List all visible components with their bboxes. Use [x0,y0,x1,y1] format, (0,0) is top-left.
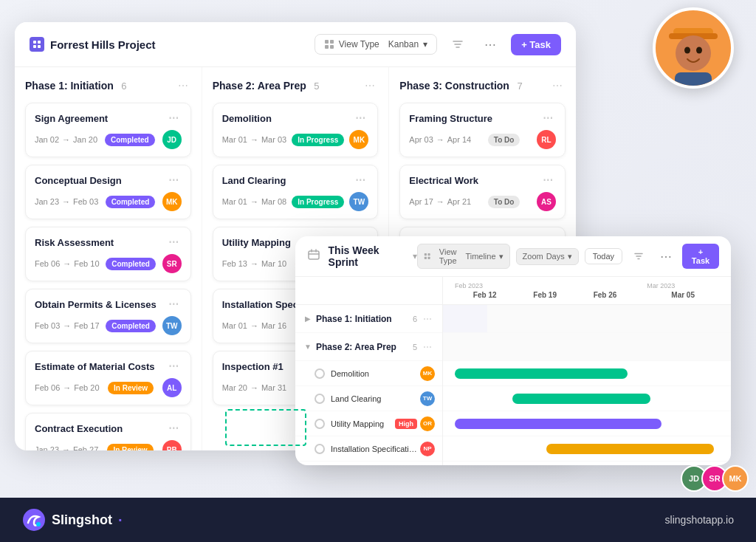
col-more-2[interactable]: ⋯ [362,80,378,92]
timeline-task-row: Inspection #1 CS [295,462,442,465]
project-icon [30,37,44,52]
avatar: AS [537,192,556,211]
task-more-button[interactable]: ⋯ [540,174,556,186]
task-more-button[interactable]: ⋯ [165,360,182,372]
today-button[interactable]: Today [585,248,622,264]
task-meta: Jan 02 → Jan 20 Completed JD [35,130,182,149]
timeline-card: This Week Sprint ▾ View Type Timeline ▾ … [295,236,731,465]
slingshot-brand-name: Slingshot [52,512,112,528]
svg-rect-10 [427,253,430,255]
filter-button[interactable] [446,32,470,56]
tl-filter-button[interactable] [628,244,649,268]
zoom-button[interactable]: Zoom Days ▾ [516,248,579,265]
task-checkbox[interactable] [315,444,325,454]
kanban-header: Forrest Hills Project View Type Kanban ▾… [15,22,576,67]
task-meta: Mar 01 → Mar 03 In Progress MK [222,130,369,149]
svg-point-17 [684,47,690,54]
task-card: Risk Assessment ⋯ Feb 06 → Feb 10 Comple… [25,227,191,281]
avatar: MK [349,130,368,149]
task-more-button[interactable]: ⋯ [165,298,182,310]
chevron-icon: ▾ [423,39,427,49]
gantt-task-row-1 [443,386,731,411]
task-dates: Feb 06 → Feb 20 [35,383,100,392]
task-meta: Mar 01 → Mar 08 In Progress TW [222,192,369,211]
main-background: Forrest Hills Project View Type Kanban ▾… [0,0,756,542]
col-title-3: Phase 3: Construction 7 [399,79,522,92]
task-card: Land Clearing ⋯ Mar 01 → Mar 08 In Progr… [213,165,379,219]
task-more-button[interactable]: ⋯ [165,174,182,186]
timeline-task-row: Installation Specifications NP [295,436,442,462]
add-task-button[interactable]: + Task [511,34,561,55]
task-dates: Mar 01 → Mar 03 [222,135,287,144]
task-dates: Jan 23 → Feb 03 [35,197,98,206]
more-options-button[interactable]: ⋯ [478,32,502,56]
timeline-task-row: Land Clearing TW [295,386,442,411]
status-badge: In Review [108,382,154,394]
task-meta: Feb 06 → Feb 10 Completed SR [35,254,182,273]
avatar-group-item-3: MK [722,465,749,492]
col-title-2: Phase 2: Area Prep 5 [213,79,320,92]
gantt-bar-installation-specs [546,444,713,454]
task-name: Framing Structure ⋯ [409,112,556,124]
task-dates: Mar 20 → Mar 31 [222,383,287,392]
phase-more-1[interactable]: ⋯ [420,314,435,324]
gantt-phase-2-row [443,333,731,361]
timeline-header-right: View Type Timeline ▾ Zoom Days ▾ Today ⋯… [417,244,720,269]
task-more-button[interactable]: ⋯ [352,174,368,186]
zoom-chevron-icon: ▾ [568,252,572,261]
col-more-3[interactable]: ⋯ [549,80,566,92]
timeline-phase-row-2[interactable]: ▼ Phase 2: Area Prep 5 ⋯ [295,333,442,361]
task-dates: Jan 02 → Jan 20 [35,135,97,144]
task-more-button[interactable]: ⋯ [540,112,556,124]
status-badge: Completed [106,320,156,332]
view-type-button[interactable]: View Type Kanban ▾ [315,34,437,55]
avatar: TW [162,316,182,335]
svg-rect-0 [33,41,36,44]
task-checkbox[interactable] [315,368,325,379]
status-badge: Completed [106,196,156,208]
high-priority-badge: High [395,419,417,429]
phase-more-2[interactable]: ⋯ [420,342,435,352]
col-more-1[interactable]: ⋯ [175,80,191,92]
timeline-phase-row-1[interactable]: ▶ Phase 1: Initiation 6 ⋯ [295,305,442,333]
avatar: MK [162,192,182,211]
avatar: SR [162,254,182,273]
tl-left-header [295,277,442,305]
task-checkbox[interactable] [315,394,325,404]
feb-weeks: Feb 12 Feb 19 Feb 26 [455,291,635,299]
task-name: Electrical Work ⋯ [409,174,556,186]
task-meta: Apr 17 → Apr 21 To Do AS [409,192,556,211]
kanban-column-1: Phase 1: Initiation 6 ⋯ Sign Agreement ⋯… [15,67,202,450]
task-more-button[interactable]: ⋯ [165,112,182,124]
task-card: Conceptual Design ⋯ Jan 23 → Feb 03 Comp… [25,165,191,219]
timeline-header: This Week Sprint ▾ View Type Timeline ▾ … [295,236,731,277]
svg-rect-19 [675,72,712,89]
status-badge: To Do [488,196,520,208]
view-type-value: Kanban [388,39,419,49]
timeline-task-row: Demolition MK [295,361,442,386]
task-dates: Jan 23 → Feb 27 [35,445,98,450]
avatar: PB [162,440,182,450]
task-more-button[interactable]: ⋯ [352,112,368,124]
avatar-group: JD SR MK [681,465,749,492]
gantt-phase-1-row [443,305,731,333]
timeline-task-list: ▶ Phase 1: Initiation 6 ⋯ ▼ Phase 2: Are… [295,277,443,465]
zoom-value: Days [546,252,565,261]
tl-add-task-button[interactable]: + Task [682,244,719,269]
task-more-button[interactable]: ⋯ [165,236,182,248]
avatar: AL [162,378,182,397]
tl-view-label: View Type [433,247,462,265]
zoom-label: Zoom [523,252,543,261]
task-more-button[interactable]: ⋯ [165,422,182,434]
task-checkbox[interactable] [315,419,325,429]
task-meta: Feb 06 → Feb 20 In Review AL [35,378,182,397]
avatar: JD [162,130,182,149]
slingshot-url: slingshotapp.io [665,514,734,526]
tl-more-button[interactable]: ⋯ [656,244,676,268]
svg-point-16 [676,35,711,71]
timeline-dates-header: Feb 2023 Feb 12 Feb 19 Feb 26 Mar 2023 M… [443,277,731,305]
timeline-view-type-button[interactable]: View Type Timeline ▾ [417,244,510,269]
svg-rect-1 [38,41,41,44]
timeline-gantt: Feb 2023 Feb 12 Feb 19 Feb 26 Mar 2023 M… [443,277,731,465]
status-badge: Completed [106,258,156,270]
